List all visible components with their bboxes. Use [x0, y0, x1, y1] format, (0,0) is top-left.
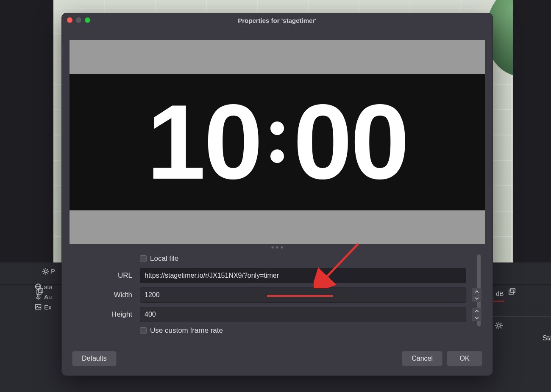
source-label: Au — [44, 293, 52, 301]
svg-line-25 — [501, 327, 501, 328]
height-step-up[interactable] — [472, 308, 481, 315]
cropped-label: Sta — [543, 334, 551, 342]
svg-rect-14 — [37, 294, 39, 297]
svg-line-26 — [501, 323, 501, 324]
properties-form: Local file URL Width Height — [72, 254, 482, 346]
height-step-down[interactable] — [472, 315, 481, 322]
image-icon — [35, 304, 42, 310]
width-step-up[interactable] — [472, 288, 481, 295]
source-label: Ex — [44, 304, 52, 311]
svg-line-10 — [43, 273, 44, 273]
timer-colon — [270, 121, 284, 163]
cancel-button[interactable]: Cancel — [402, 351, 442, 366]
audio-panel-cropped: dB — [492, 288, 551, 317]
properties-shortcut-label[interactable]: P — [51, 268, 55, 275]
width-label: Width — [72, 291, 140, 299]
svg-line-9 — [47, 269, 48, 270]
globe-icon — [35, 283, 42, 290]
local-file-label: Local file — [150, 254, 178, 263]
timer-display: 10 00 — [147, 89, 408, 195]
custom-framerate-label: Use custom frame rate — [150, 326, 223, 335]
gear-icon[interactable] — [495, 322, 503, 331]
timer-seconds: 00 — [293, 89, 408, 195]
timer-minutes: 10 — [147, 89, 261, 195]
svg-line-27 — [496, 327, 497, 328]
width-step-down[interactable] — [472, 295, 481, 302]
custom-framerate-checkbox[interactable]: Use custom frame rate — [140, 326, 223, 335]
db-label: dB — [496, 290, 504, 297]
width-input[interactable] — [140, 287, 466, 303]
svg-line-8 — [47, 273, 48, 273]
svg-point-2 — [45, 270, 47, 272]
svg-line-7 — [43, 269, 44, 270]
dialog-title: Properties for 'stagetimer' — [62, 17, 493, 24]
properties-dialog: Properties for 'stagetimer' 10 00 Local … — [61, 13, 493, 376]
pagination-dots — [272, 246, 283, 248]
dialog-footer: Defaults Cancel OK — [62, 346, 493, 375]
gear-icon[interactable] — [42, 268, 49, 275]
window-minimize-icon[interactable] — [76, 17, 81, 23]
url-label: URL — [72, 271, 140, 280]
url-input[interactable] — [140, 268, 466, 283]
window-close-icon[interactable] — [67, 17, 72, 23]
microphone-icon — [35, 293, 42, 300]
local-file-checkbox[interactable]: Local file — [140, 254, 178, 263]
audio-meter — [492, 301, 504, 302]
svg-line-24 — [496, 323, 497, 324]
svg-point-19 — [497, 324, 500, 327]
window-zoom-icon[interactable] — [85, 17, 90, 23]
source-label: sta — [44, 283, 53, 290]
source-preview: 10 00 — [70, 40, 485, 244]
height-input[interactable] — [140, 307, 466, 322]
height-label: Height — [72, 310, 140, 319]
ok-button[interactable]: OK — [447, 351, 482, 366]
timer-preview: 10 00 — [70, 74, 485, 210]
defaults-button[interactable]: Defaults — [72, 351, 117, 366]
dialog-titlebar[interactable]: Properties for 'stagetimer' — [62, 13, 493, 28]
